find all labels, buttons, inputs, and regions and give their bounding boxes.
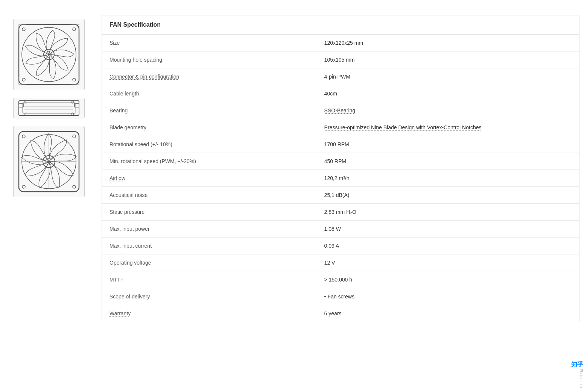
svg-point-17: [71, 113, 74, 115]
svg-point-21: [22, 185, 25, 188]
svg-point-22: [73, 185, 76, 188]
zhihu-logo: 知乎: [571, 361, 583, 369]
spec-label: Blade geometry: [102, 119, 317, 136]
table-row: Mounting hole spacing105x105 mm: [102, 51, 579, 68]
watermark-text: Photos.Link: [579, 369, 583, 388]
spec-value: 1,08 W: [317, 221, 579, 238]
table-row: Cable length40cm: [102, 85, 579, 102]
table-row: Size120x120x25 mm: [102, 35, 579, 51]
spec-label: Size: [102, 35, 317, 51]
table-row: Warranty6 years: [102, 305, 579, 322]
spec-label: Operating voltage: [102, 254, 317, 271]
svg-point-1: [22, 28, 25, 31]
table-row: BearingSSO-Bearing: [102, 102, 579, 119]
spec-label: Rotational speed (+/- 10%): [102, 136, 317, 153]
spec-value: 6 years: [317, 305, 579, 322]
svg-point-14: [24, 101, 26, 103]
spec-label: MTTF: [102, 271, 317, 288]
spec-table: Size120x120x25 mmMounting hole spacing10…: [102, 35, 579, 322]
svg-point-20: [73, 135, 76, 138]
spec-value: 120x120x25 mm: [317, 35, 579, 51]
table-row: Operating voltage12 V: [102, 254, 579, 271]
svg-point-3: [22, 78, 25, 81]
spec-value: 0,09 A: [317, 238, 579, 254]
spec-label: Scope of delivery: [102, 288, 317, 305]
bullet-item: Fan screws: [324, 294, 354, 300]
spec-value: 1700 RPM: [317, 136, 579, 153]
spec-value: 12 V: [317, 254, 579, 271]
spec-value: SSO-Bearing: [317, 102, 579, 119]
svg-rect-8: [19, 101, 79, 115]
fan-back-svg: [17, 130, 81, 194]
spec-label: Cable length: [102, 85, 317, 102]
spec-section: FAN Specification Size120x120x25 mmMount…: [102, 15, 579, 322]
spec-label: Mounting hole spacing: [102, 51, 317, 68]
fan-side-image: [13, 98, 85, 118]
svg-point-16: [24, 113, 26, 115]
right-panel: FAN Specification Size120x120x25 mmMount…: [98, 11, 587, 381]
fan-front-svg: [17, 23, 81, 86]
spec-value: > 150.000 h: [317, 271, 579, 288]
left-panel: [0, 11, 98, 381]
spec-value: 2,83 mm H₂O: [317, 204, 579, 221]
table-row: Max. input power1,08 W: [102, 221, 579, 238]
spec-value: 40cm: [317, 85, 579, 102]
spec-value: 25,1 dB(A): [317, 187, 579, 204]
table-row: Min. rotational speed (PWM, +/-20%)450 R…: [102, 153, 579, 170]
fan-front-image: [13, 19, 85, 90]
spec-label: Max. input current: [102, 238, 317, 254]
spec-value: 120,2 m³/h: [317, 170, 579, 187]
spec-label: Bearing: [102, 102, 317, 119]
spec-label: Acoustical noise: [102, 187, 317, 204]
spec-label: Airflow: [102, 170, 317, 187]
watermark: 知乎 Photos.Link: [571, 361, 583, 388]
spec-title: FAN Specification: [102, 15, 579, 35]
spec-label: Min. rotational speed (PWM, +/-20%): [102, 153, 317, 170]
svg-point-15: [71, 101, 74, 103]
table-row: Scope of deliveryFan screws: [102, 288, 579, 305]
spec-label: Warranty: [102, 305, 317, 322]
spec-value: 105x105 mm: [317, 51, 579, 68]
table-row: Connector & pin-configuration4-pin PWM: [102, 68, 579, 85]
fan-back-image: [13, 126, 85, 197]
table-row: Rotational speed (+/- 10%)1700 RPM: [102, 136, 579, 153]
spec-label: Static pressure: [102, 204, 317, 221]
spec-value: Pressure-optimized Nine Blade Design wit…: [317, 119, 579, 136]
table-row: Acoustical noise25,1 dB(A): [102, 187, 579, 204]
table-row: Blade geometryPressure-optimized Nine Bl…: [102, 119, 579, 136]
svg-point-19: [22, 135, 25, 138]
page-wrapper: FAN Specification Size120x120x25 mmMount…: [0, 0, 587, 392]
table-row: Airflow120,2 m³/h: [102, 170, 579, 187]
spec-label: Connector & pin-configuration: [102, 68, 317, 85]
spec-value: Fan screws: [317, 288, 579, 305]
svg-rect-9: [23, 103, 75, 114]
table-row: Static pressure2,83 mm H₂O: [102, 204, 579, 221]
table-row: Max. input current0,09 A: [102, 238, 579, 254]
spec-value: 4-pin PWM: [317, 68, 579, 85]
fan-side-svg: [17, 100, 81, 117]
table-row: MTTF> 150.000 h: [102, 271, 579, 288]
svg-point-4: [73, 78, 76, 81]
spec-label: Max. input power: [102, 221, 317, 238]
spec-value: 450 RPM: [317, 153, 579, 170]
svg-point-2: [73, 28, 76, 31]
